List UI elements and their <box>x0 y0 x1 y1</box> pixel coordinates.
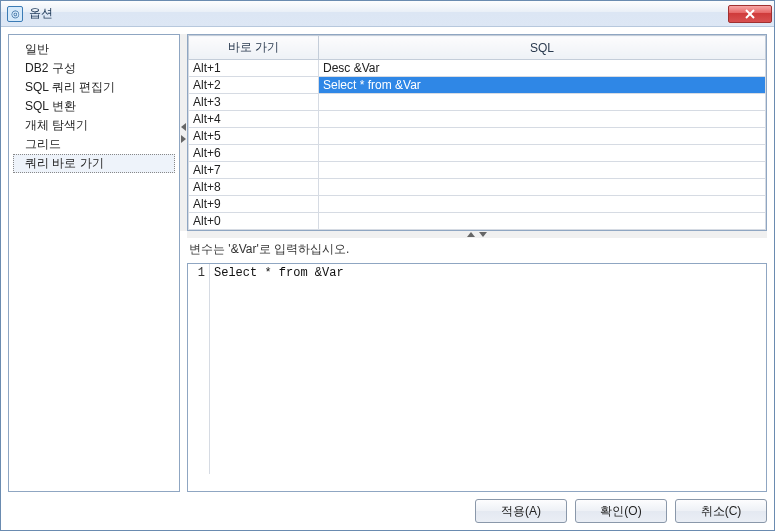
cell-shortcut[interactable]: Alt+9 <box>189 196 319 213</box>
cell-shortcut[interactable]: Alt+6 <box>189 145 319 162</box>
cell-shortcut[interactable]: Alt+1 <box>189 60 319 77</box>
table-row[interactable]: Alt+0 <box>189 213 766 230</box>
dialog-button-row: 적용(A) 확인(O) 취소(C) <box>8 492 767 523</box>
cell-shortcut[interactable]: Alt+8 <box>189 179 319 196</box>
cell-sql[interactable] <box>319 179 766 196</box>
horizontal-splitter[interactable] <box>187 231 767 238</box>
cancel-button[interactable]: 취소(C) <box>675 499 767 523</box>
cell-sql[interactable]: Desc &Var <box>319 60 766 77</box>
options-window: ◎ 옵션 일반DB2 구성SQL 쿼리 편집기SQL 변환개체 탐색기그리드쿼리… <box>0 0 775 531</box>
nav-item[interactable]: 그리드 <box>13 135 175 154</box>
editor-gutter: 1 <box>188 264 210 474</box>
vertical-splitter[interactable] <box>180 34 187 231</box>
cell-sql[interactable] <box>319 94 766 111</box>
window-close-button[interactable] <box>728 5 772 23</box>
nav-item[interactable]: SQL 변환 <box>13 97 175 116</box>
cell-shortcut[interactable]: Alt+5 <box>189 128 319 145</box>
cell-sql[interactable] <box>319 196 766 213</box>
chevron-down-icon <box>479 232 487 237</box>
titlebar[interactable]: ◎ 옵션 <box>1 1 774 27</box>
table-row[interactable]: Alt+1Desc &Var <box>189 60 766 77</box>
cell-sql[interactable] <box>319 128 766 145</box>
column-header-shortcut[interactable]: 바로 가기 <box>189 36 319 60</box>
chevron-right-icon <box>181 135 186 143</box>
editor-horizontal-scrollbar[interactable] <box>188 474 766 491</box>
nav-item[interactable]: DB2 구성 <box>13 59 175 78</box>
variable-hint: 변수는 '&Var'로 입력하십시오. <box>187 238 767 263</box>
cell-shortcut[interactable]: Alt+4 <box>189 111 319 128</box>
cell-shortcut[interactable]: Alt+7 <box>189 162 319 179</box>
nav-item[interactable]: 개체 탐색기 <box>13 116 175 135</box>
editor-content[interactable]: Select * from &Var <box>210 264 766 474</box>
table-row[interactable]: Alt+7 <box>189 162 766 179</box>
table-row[interactable]: Alt+9 <box>189 196 766 213</box>
apply-button[interactable]: 적용(A) <box>475 499 567 523</box>
cell-sql[interactable] <box>319 111 766 128</box>
cell-sql[interactable]: Select * from &Var <box>319 77 766 94</box>
ok-button[interactable]: 확인(O) <box>575 499 667 523</box>
chevron-left-icon <box>181 123 186 131</box>
cell-sql[interactable] <box>319 162 766 179</box>
window-title: 옵션 <box>29 5 53 22</box>
nav-item[interactable]: 일반 <box>13 40 175 59</box>
table-row[interactable]: Alt+5 <box>189 128 766 145</box>
shortcut-grid[interactable]: 바로 가기 SQL Alt+1Desc &VarAlt+2Select * fr… <box>187 34 767 231</box>
nav-item[interactable]: 쿼리 바로 가기 <box>13 154 175 173</box>
nav-item[interactable]: SQL 쿼리 편집기 <box>13 78 175 97</box>
line-number: 1 <box>188 266 205 280</box>
cell-shortcut[interactable]: Alt+2 <box>189 77 319 94</box>
table-row[interactable]: Alt+4 <box>189 111 766 128</box>
close-icon <box>745 9 755 19</box>
cell-sql[interactable] <box>319 145 766 162</box>
column-header-sql[interactable]: SQL <box>319 36 766 60</box>
table-row[interactable]: Alt+6 <box>189 145 766 162</box>
sql-editor[interactable]: 1 Select * from &Var <box>187 263 767 492</box>
cell-sql[interactable] <box>319 213 766 230</box>
chevron-up-icon <box>467 232 475 237</box>
options-nav-tree[interactable]: 일반DB2 구성SQL 쿼리 편집기SQL 변환개체 탐색기그리드쿼리 바로 가… <box>8 34 180 492</box>
client-area: 일반DB2 구성SQL 쿼리 편집기SQL 변환개체 탐색기그리드쿼리 바로 가… <box>1 27 774 530</box>
cell-shortcut[interactable]: Alt+3 <box>189 94 319 111</box>
cell-shortcut[interactable]: Alt+0 <box>189 213 319 230</box>
table-row[interactable]: Alt+2Select * from &Var <box>189 77 766 94</box>
table-row[interactable]: Alt+8 <box>189 179 766 196</box>
app-icon: ◎ <box>7 6 23 22</box>
table-row[interactable]: Alt+3 <box>189 94 766 111</box>
